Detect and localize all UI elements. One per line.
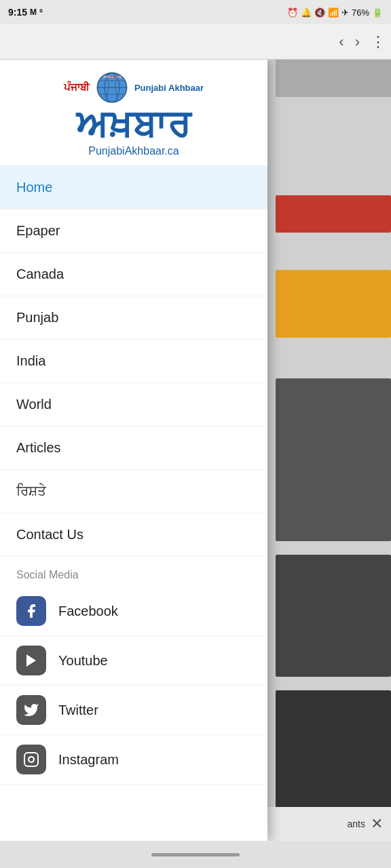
bg-panel-red [276,195,391,233]
status-right: ⏰ 🔔 🔇 📶 ✈ 76% 🔋 [287,7,383,18]
nav-item-epaper[interactable]: Epaper [0,210,267,253]
logo-punjabi-label: ਪੰਜਾਬੀ [64,81,90,94]
browser-bar: ‹ › ⋮ [0,24,391,60]
nav-item-canada[interactable]: Canada [0,253,267,296]
youtube-icon [16,646,46,675]
svg-marker-6 [26,654,36,667]
svg-rect-7 [24,753,38,766]
wifi-icon: 📶 [328,7,339,18]
forward-button[interactable]: › [355,33,360,51]
logo-akhbaar-label: Punjabi Akhbaar [134,83,204,93]
data-icon: ⁰ [39,8,42,17]
facebook-label: Facebook [58,604,118,619]
mute-icon: 🔇 [314,7,325,18]
home-indicator [151,853,240,856]
browser-menu-button[interactable]: ⋮ [371,33,386,51]
social-section-label: Social Media [0,557,267,587]
back-button[interactable]: ‹ [339,33,343,51]
svg-text:ਪੰਜਾਬੀ ਦਾ ਪੇਪਰ: ਪੰਜਾਬੀ ਦਾ ਪੇਪਰ [103,75,121,79]
bg-panel-video1 [276,378,391,541]
alarm-icon: ⏰ [287,7,298,18]
bg-panel-video3 [276,690,391,812]
cookie-close-button[interactable]: ✕ [371,815,383,833]
cookie-bar: ants ✕ [255,807,391,841]
social-item-instagram[interactable]: Instagram [0,735,267,785]
battery-percent: 76% [352,7,369,18]
status-bar: 9:15 M ⁰ ⏰ 🔔 🔇 📶 ✈ 76% 🔋 [0,0,391,24]
logo-globe-icon: ਪੰਜਾਬੀ ਦਾ ਪੇਪਰ [95,71,129,104]
nav-item-home[interactable]: Home [0,166,267,210]
instagram-label: Instagram [58,752,119,768]
bg-panel-video2 [276,555,391,677]
bell-icon: 🔔 [301,7,312,18]
nav-item-punjab[interactable]: Punjab [0,296,267,340]
social-item-twitter[interactable]: Twitter [0,686,267,735]
nav-item-contact[interactable]: Contact Us [0,513,267,557]
logo-area: ਪੰਜਾਬੀ ਪੰਜਾਬੀ ਦਾ ਪੇਪਰ Punjabi Akhbaar ਅਖ… [0,60,267,166]
nav-item-articles[interactable]: Articles [0,427,267,470]
main-nav: Home Epaper Canada Punjab India World Ar… [0,166,267,557]
cookie-text: ants [348,818,365,829]
bottom-bar [0,841,391,868]
nav-item-world[interactable]: World [0,383,267,427]
status-left: 9:15 M ⁰ [8,7,42,18]
facebook-icon [16,596,46,626]
logo-top-row: ਪੰਜਾਬੀ ਪੰਜਾਬੀ ਦਾ ਪੇਪਰ Punjabi Akhbaar [64,71,204,104]
logo-main-text: ਅਖ਼ਬਾਰ [76,107,191,144]
nav-item-india[interactable]: India [0,340,267,383]
network-icon: M [30,7,37,17]
twitter-label: Twitter [58,703,98,718]
battery-icon: 🔋 [372,7,383,18]
bg-panel-gray [276,60,391,97]
social-item-facebook[interactable]: Facebook [0,587,267,636]
bg-panel-ad [276,270,391,338]
nav-item-rishte[interactable]: ਰਿਸ਼ਤੇ [0,470,267,513]
logo-url: PunjabiAkhbaar.ca [88,145,179,157]
instagram-icon [16,745,46,774]
navigation-drawer: ਪੰਜਾਬੀ ਪੰਜਾਬੀ ਦਾ ਪੇਪਰ Punjabi Akhbaar ਅਖ… [0,60,267,841]
twitter-icon [16,695,46,725]
youtube-label: Youtube [58,653,108,669]
airplane-icon: ✈ [341,7,349,18]
time: 9:15 [8,7,27,18]
social-item-youtube[interactable]: Youtube [0,636,267,686]
